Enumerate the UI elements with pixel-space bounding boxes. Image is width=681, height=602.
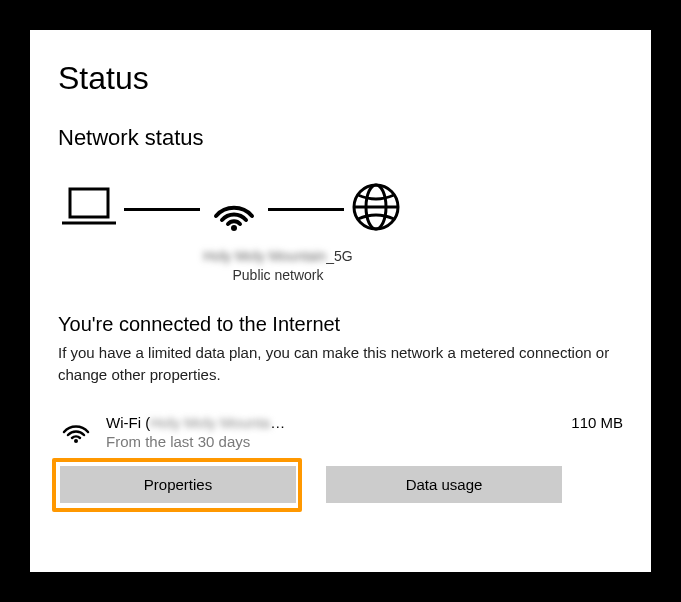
connection-row: Wi-Fi (Holy Moly Mounta… From the last 3… xyxy=(58,414,623,450)
svg-rect-0 xyxy=(70,189,108,217)
connection-name-obscured: Holy Moly Mounta xyxy=(150,414,270,431)
globe-icon xyxy=(350,181,402,237)
network-diagram xyxy=(60,181,623,237)
data-amount: 110 MB xyxy=(571,414,623,431)
connection-suffix: … xyxy=(270,414,285,431)
network-name-suffix: _5G xyxy=(326,248,352,264)
connection-texts: Wi-Fi (Holy Moly Mounta… From the last 3… xyxy=(106,414,557,450)
laptop-icon xyxy=(60,185,118,233)
data-usage-button[interactable]: Data usage xyxy=(326,466,562,503)
page-title: Status xyxy=(58,60,623,97)
properties-button[interactable]: Properties xyxy=(60,466,296,503)
status-description: If you have a limited data plan, you can… xyxy=(58,342,623,386)
section-title: Network status xyxy=(58,125,623,151)
network-name-obscured: Holy Moly Mountain xyxy=(203,248,326,264)
connection-prefix: Wi-Fi ( xyxy=(106,414,150,431)
network-label-group: Holy Moly Mountain_5G Public network xyxy=(168,247,388,283)
connection-subtext: From the last 30 days xyxy=(106,433,557,450)
wifi-icon xyxy=(60,416,92,448)
status-headline: You're connected to the Internet xyxy=(58,313,623,336)
buttons-row: Properties Data usage xyxy=(58,466,623,503)
connection-name: Wi-Fi (Holy Moly Mounta… xyxy=(106,414,557,431)
wifi-icon xyxy=(206,182,262,236)
network-type: Public network xyxy=(168,267,388,283)
svg-point-6 xyxy=(74,439,78,443)
svg-point-2 xyxy=(231,225,237,231)
connector-line xyxy=(124,208,200,211)
connector-line xyxy=(268,208,344,211)
settings-panel: Status Network status xyxy=(30,30,651,572)
